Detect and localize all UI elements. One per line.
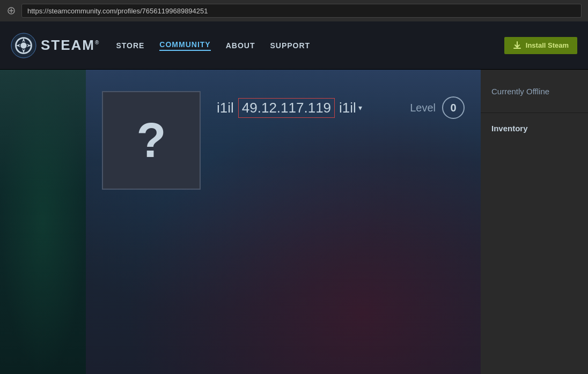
online-status: Currently Offline	[491, 87, 549, 96]
nav-support[interactable]: SUPPORT	[270, 41, 310, 50]
level-circle: 0	[442, 96, 465, 119]
level-badge: Level 0	[410, 96, 465, 119]
main-nav: STORE COMMUNITY ABOUT SUPPORT	[116, 40, 310, 51]
browser-chrome: https://steamcommunity.com/profiles/7656…	[0, 0, 588, 21]
steam-header: STEAM® STORE COMMUNITY ABOUT SUPPORT Ins…	[0, 21, 588, 70]
steam-logo[interactable]: STEAM®	[11, 33, 100, 58]
profile-header: ? i1il 49.12.117.119 i1il ▾ Level 0	[102, 91, 465, 190]
inventory-link[interactable]: Inventory	[491, 124, 528, 133]
username-suffix: i1il ▾	[339, 100, 362, 116]
address-bar[interactable]: https://steamcommunity.com/profiles/7656…	[21, 4, 582, 18]
profile-info: i1il 49.12.117.119 i1il ▾ Level 0	[217, 91, 465, 119]
nav-about[interactable]: ABOUT	[226, 41, 255, 50]
status-box: Currently Offline	[481, 70, 588, 113]
left-sidebar	[0, 70, 86, 374]
right-sidebar: Currently Offline Inventory	[481, 70, 588, 374]
download-icon	[513, 41, 521, 50]
install-steam-button[interactable]: Install Steam	[504, 37, 577, 54]
nav-store[interactable]: STORE	[116, 41, 144, 50]
dropdown-arrow-icon[interactable]: ▾	[358, 103, 362, 112]
avatar-placeholder: ?	[137, 116, 166, 164]
username-ip-highlight: 49.12.117.119	[238, 98, 335, 118]
username-prefix: i1il	[217, 100, 234, 116]
svg-point-5	[20, 42, 27, 49]
nav-community[interactable]: COMMUNITY	[159, 40, 210, 51]
username-row: i1il 49.12.117.119 i1il ▾ Level 0	[217, 96, 465, 119]
steam-wordmark: STEAM®	[41, 37, 100, 54]
steam-logo-icon	[11, 33, 36, 58]
level-label: Level	[410, 102, 436, 114]
profile-avatar: ?	[102, 91, 201, 190]
main-content: ? i1il 49.12.117.119 i1il ▾ Level 0	[0, 70, 588, 374]
inventory-box: Inventory	[481, 113, 588, 374]
profile-area: ? i1il 49.12.117.119 i1il ▾ Level 0	[86, 70, 481, 374]
browser-nav-icon	[6, 6, 16, 16]
